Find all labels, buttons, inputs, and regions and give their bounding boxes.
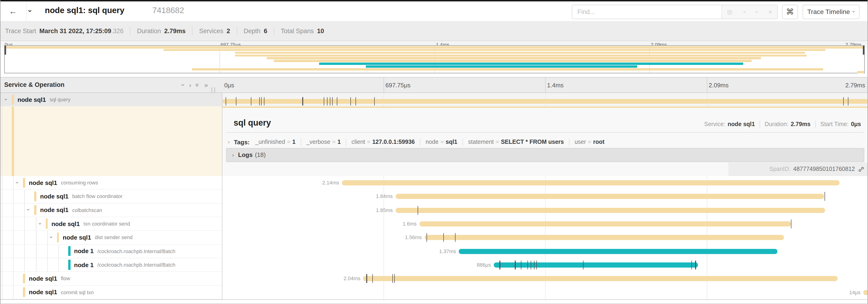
trace-summary-bar: Trace Start March 31 2022, 17:25:09 .326… [0, 21, 868, 41]
link-icon[interactable] [858, 166, 864, 172]
expand-chevron-icon[interactable]: › [37, 223, 43, 224]
span-bar[interactable] [863, 290, 868, 295]
tag-key: _unfinished [255, 139, 285, 145]
span-detail-meta: Service:node sql1Duration:2.79msStart Ti… [704, 121, 861, 127]
find-input[interactable] [572, 5, 721, 19]
span-duration-label: 886μs [452, 262, 491, 268]
span-bar[interactable] [363, 276, 837, 281]
tree-row[interactable]: ›node sql1txn coordinator send [0, 217, 222, 231]
next-result-icon[interactable]: › [753, 11, 760, 13]
tree-row[interactable]: node 1/cockroach.roachpb.Internal/Batch [0, 258, 222, 272]
tree-row[interactable]: node sql1flow [0, 272, 222, 286]
tag-equals: = [367, 139, 370, 145]
tree-row[interactable]: ›node sql1colbatchscan [0, 203, 222, 217]
expand-chevron-icon[interactable]: › [3, 98, 9, 100]
span-bar[interactable] [425, 235, 784, 240]
span-duration-label: 1.56ms [382, 235, 422, 240]
back-button[interactable]: ← [6, 5, 20, 17]
span-row-label: node 1/cockroach.roachpb.Internal/Batch [74, 258, 176, 272]
span-id-label: SpanID: [769, 166, 790, 173]
minimap-viewport[interactable] [4, 45, 865, 73]
log-tick [825, 192, 825, 201]
expand-chevron-icon[interactable]: › [14, 181, 21, 183]
minimap-right-scrubber[interactable] [863, 46, 864, 55]
ruler-tick-1: 697.75μs [385, 82, 411, 89]
collapse-all-icon[interactable]: » [194, 83, 202, 87]
tag-value: SELECT * FROM users [501, 139, 564, 145]
span-service-name: node sql1 [52, 220, 80, 227]
keyboard-shortcuts-button[interactable]: ⌘ [782, 4, 798, 19]
span-service-name: node sql1 [29, 179, 57, 186]
span-id-row: SpanID: 4877749850101760812 [728, 163, 868, 176]
span-operation-name: commit sql txn [61, 290, 94, 295]
span-duration-label: 1.6ms [377, 221, 417, 227]
span-operation-name: /cockroach.roachpb.Internal/Batch [97, 262, 176, 268]
column-resizer-grip[interactable] [212, 87, 215, 93]
expand-one-icon[interactable]: › [189, 81, 191, 89]
span-bar[interactable] [342, 180, 839, 185]
meta-divider [760, 121, 760, 127]
logs-row[interactable]: › Logs (18) [226, 148, 864, 162]
chevron-down-icon: › [851, 11, 857, 12]
span-row-label: node sql1flow [29, 272, 70, 285]
tags-row[interactable]: › Tags: _unfinished=1_verbose=1client=12… [228, 136, 604, 148]
collapse-one-icon[interactable]: › [180, 84, 187, 86]
minimap-span-bar [192, 68, 823, 70]
ruler-tick-0: 0μs [224, 82, 234, 89]
span-bar[interactable] [420, 221, 791, 227]
span-service-name: node sql1 [63, 234, 91, 241]
indent-guide [36, 244, 36, 258]
timeline-ruler: 0μs 697.75μs 1.4ms 2.09ms 2.79ms [222, 77, 868, 93]
locate-icon[interactable]: ◎ [727, 8, 733, 15]
indent-guide [2, 231, 2, 244]
tag-value: root [593, 139, 604, 145]
trace-start-value: March 31 2022, 17:25:09 [39, 27, 112, 34]
minimap-left-scrubber[interactable] [5, 46, 6, 55]
span-bar[interactable] [396, 194, 824, 199]
tag-separator [301, 138, 301, 145]
span-color-bar [23, 178, 25, 188]
expand-chevron-icon[interactable]: › [48, 236, 55, 238]
span-row-label: node sql1dist sender send [63, 231, 133, 244]
tree-row[interactable]: node sql1commit sql txn [0, 285, 222, 299]
expand-chevron-icon[interactable]: › [26, 209, 32, 211]
indent-guide [36, 258, 36, 272]
column-divider[interactable] [222, 77, 222, 299]
minimap-span-bar [858, 71, 864, 73]
span-bar[interactable] [494, 263, 698, 268]
indent-guide [47, 258, 48, 272]
minimap-span-bar [267, 57, 761, 60]
span-operation-name: consuming rows [61, 180, 98, 185]
indent-guide [47, 244, 48, 258]
tree-row[interactable]: node 1/cockroach.roachpb.Internal/Batch [0, 244, 222, 258]
indent-guide [2, 190, 2, 203]
indent-guide [13, 258, 13, 272]
tree-row[interactable]: ›node sql1sql query [0, 93, 222, 106]
trace-view-dropdown[interactable]: Trace Timeline › [803, 4, 860, 19]
trace-timeline-page: ← › node sql1: sql query 7418682 ◎ › › ×… [0, 0, 868, 304]
indent-guide [13, 285, 13, 299]
clear-search-icon[interactable]: × [769, 8, 772, 15]
indent-guide [2, 285, 2, 299]
span-duration-label: 2.04ms [321, 276, 361, 281]
span-service-name: node 1 [74, 248, 94, 255]
span-bar[interactable] [222, 99, 868, 103]
tree-row[interactable]: node sql1batch flow coordinator [0, 190, 222, 204]
collapse-trace-chevron-icon[interactable]: › [27, 10, 35, 12]
span-detail-left-fill [0, 106, 222, 176]
meta-value: node sql1 [727, 121, 755, 127]
span-operation-name: dist sender send [95, 235, 132, 240]
tree-row[interactable]: ›node sql1dist sender send [0, 231, 222, 245]
prev-result-icon[interactable]: › [741, 11, 748, 13]
logs-count: (18) [255, 151, 266, 158]
span-color-bar [12, 95, 14, 104]
ruler-gridline [707, 77, 707, 92]
ruler-gridline [383, 77, 384, 92]
depth-label: Depth [244, 27, 260, 34]
rows-bottom-border [0, 299, 868, 300]
span-bar[interactable] [459, 249, 777, 254]
tree-row[interactable]: ›node sql1consuming rows [0, 176, 222, 190]
expand-all-icon[interactable]: » [204, 81, 208, 89]
span-bar[interactable] [396, 208, 825, 213]
indent-guide [2, 106, 2, 176]
